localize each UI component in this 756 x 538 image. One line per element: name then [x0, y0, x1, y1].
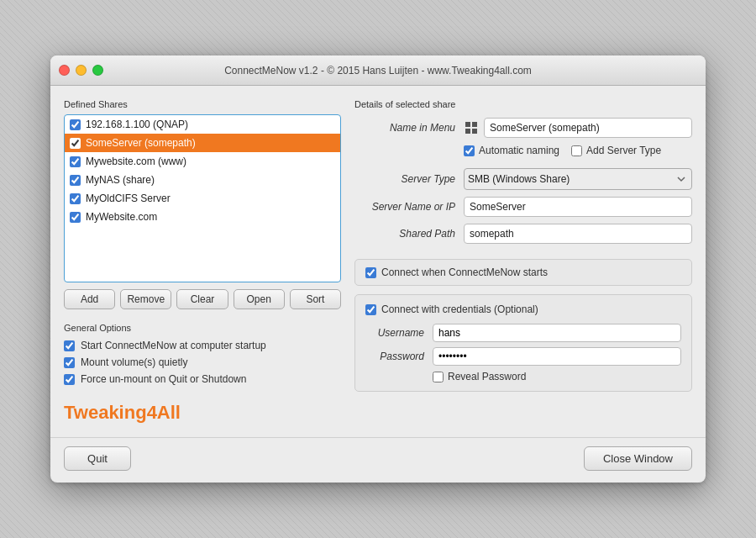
svg-rect-2 [465, 129, 470, 134]
minimize-button[interactable] [76, 65, 87, 76]
option-checkbox-1[interactable] [64, 357, 75, 368]
option-checkbox-0[interactable] [64, 340, 75, 351]
option-checkbox-2[interactable] [64, 374, 75, 385]
name-row [464, 118, 692, 138]
credentials-label: Connect with credentials (Optional) [381, 303, 538, 315]
username-label: Username [365, 327, 433, 339]
right-panel: Details of selected share Name in Menu A… [354, 99, 692, 424]
naming-options-row: Automatic naming Add Server Type [464, 145, 692, 156]
general-options-label: General Options [64, 323, 341, 333]
password-row: Password [365, 347, 681, 366]
option-row-2: Force un-mount on Quit or Shutdown [64, 373, 341, 385]
open-button[interactable]: Open [234, 289, 285, 309]
auto-naming-label: Automatic naming [479, 145, 559, 156]
username-input[interactable] [433, 324, 681, 342]
svg-rect-1 [472, 122, 477, 127]
option-row-0: Start ConnectMeNow at computer startup [64, 340, 341, 351]
share-item-5[interactable]: MyWebsite.com [65, 208, 340, 226]
shares-toolbar: Add Remove Clear Open Sort [64, 289, 341, 309]
server-name-label: Server Name or IP [354, 201, 464, 213]
password-label: Password [365, 351, 433, 362]
server-type-label: Server Type [354, 173, 464, 185]
maximize-button[interactable] [92, 65, 103, 76]
window-title: ConnectMeNow v1.2 - © 2015 Hans Luijten … [224, 65, 532, 76]
auto-naming-checkbox[interactable] [464, 145, 475, 156]
shares-list[interactable]: 192.168.1.100 (QNAP) SomeServer (somepat… [64, 114, 341, 282]
share-checkbox-2[interactable] [70, 156, 81, 167]
share-label-0: 192.168.1.100 (QNAP) [86, 119, 188, 130]
option-row-1: Mount volume(s) quietly [64, 356, 341, 368]
reveal-password-checkbox[interactable] [433, 372, 444, 382]
left-panel: Defined Shares 192.168.1.100 (QNAP) Some… [64, 99, 341, 424]
general-options: General Options Start ConnectMeNow at co… [64, 323, 341, 385]
share-checkbox-4[interactable] [70, 193, 81, 204]
svg-rect-3 [472, 129, 477, 134]
quit-button[interactable]: Quit [64, 446, 131, 471]
credentials-header: Connect with credentials (Optional) [365, 303, 681, 315]
clear-button[interactable]: Clear [176, 289, 228, 309]
name-in-menu-row: Name in Menu [354, 118, 692, 138]
share-label-4: MyOldCIFS Server [86, 193, 171, 204]
connect-when-section: Connect when ConnectMeNow starts [354, 259, 692, 286]
share-checkbox-1[interactable] [70, 138, 81, 149]
share-label-1: SomeServer (somepath) [86, 137, 196, 149]
add-server-type-checkbox[interactable] [571, 145, 582, 156]
shared-path-label: Shared Path [354, 228, 464, 240]
reveal-password-row: Reveal Password [433, 371, 681, 382]
server-name-input[interactable] [464, 197, 692, 217]
main-window: ConnectMeNow v1.2 - © 2015 Hans Luijten … [50, 55, 706, 483]
shared-path-row: Shared Path [354, 224, 692, 244]
details-label: Details of selected share [354, 99, 692, 109]
server-name-row: Server Name or IP [354, 197, 692, 217]
option-label-1: Mount volume(s) quietly [81, 356, 187, 368]
connect-when-label: Connect when ConnectMeNow starts [381, 266, 548, 278]
name-in-menu-label: Name in Menu [354, 122, 464, 134]
sort-button[interactable]: Sort [290, 289, 341, 309]
connect-when-checkbox[interactable] [365, 267, 376, 278]
credentials-section: Connect with credentials (Optional) User… [354, 294, 692, 392]
add-server-type-item: Add Server Type [571, 145, 661, 156]
credentials-checkbox[interactable] [365, 304, 376, 315]
share-label-3: MyNAS (share) [86, 174, 155, 186]
share-item-4[interactable]: MyOldCIFS Server [65, 189, 340, 208]
svg-rect-0 [465, 122, 470, 127]
share-item-1[interactable]: SomeServer (somepath) [65, 134, 340, 152]
window-controls [59, 65, 103, 76]
defined-shares-label: Defined Shares [64, 99, 341, 109]
share-checkbox-5[interactable] [70, 212, 81, 223]
share-item-2[interactable]: Mywebsite.com (www) [65, 152, 340, 171]
remove-button[interactable]: Remove [120, 289, 171, 309]
add-button[interactable]: Add [64, 289, 115, 309]
shared-path-input[interactable] [464, 224, 692, 244]
bottom-bar: Quit Close Window [50, 437, 706, 483]
name-in-menu-input[interactable] [484, 118, 692, 138]
server-type-row: Server Type SMB (Windows Share) AFP (App… [354, 168, 692, 190]
share-item-0[interactable]: 192.168.1.100 (QNAP) [65, 115, 340, 134]
share-checkbox-0[interactable] [70, 119, 81, 130]
close-button[interactable] [59, 65, 70, 76]
close-window-button[interactable]: Close Window [584, 446, 692, 471]
option-label-2: Force un-mount on Quit or Shutdown [81, 373, 246, 385]
share-checkbox-3[interactable] [70, 175, 81, 186]
share-label-5: MyWebsite.com [86, 211, 157, 223]
windows-icon [464, 120, 479, 135]
add-server-type-label: Add Server Type [586, 145, 661, 156]
share-label-2: Mywebsite.com (www) [86, 156, 186, 167]
main-content: Defined Shares 192.168.1.100 (QNAP) Some… [50, 86, 706, 437]
brand-text2: 4All [147, 402, 181, 423]
server-type-select[interactable]: SMB (Windows Share) AFP (Apple Share) FT… [464, 168, 692, 190]
password-input[interactable] [433, 347, 681, 366]
share-item-3[interactable]: MyNAS (share) [65, 171, 340, 189]
brand-text1: Tweaking [64, 402, 147, 423]
auto-naming-item: Automatic naming [464, 145, 559, 156]
username-row: Username [365, 324, 681, 342]
option-label-0: Start ConnectMeNow at computer startup [81, 340, 266, 351]
titlebar: ConnectMeNow v1.2 - © 2015 Hans Luijten … [50, 55, 706, 86]
reveal-password-label: Reveal Password [448, 371, 526, 382]
brand-logo: Tweaking4All [64, 402, 341, 424]
connect-when-row: Connect when ConnectMeNow starts [365, 266, 681, 278]
